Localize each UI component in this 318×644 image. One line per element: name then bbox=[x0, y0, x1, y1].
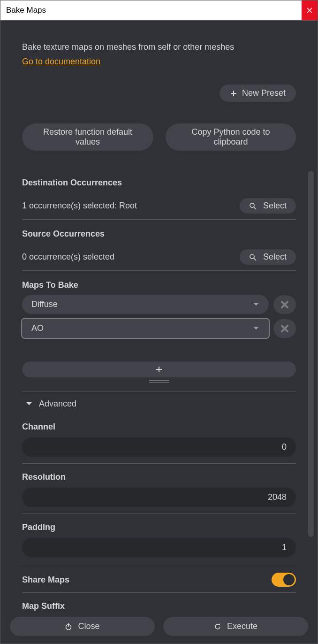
share-maps-toggle[interactable] bbox=[272, 573, 296, 587]
destination-select-label: Select bbox=[263, 201, 287, 211]
advanced-toggle[interactable]: Advanced bbox=[22, 391, 296, 414]
titlebar: Bake Maps bbox=[0, 0, 318, 21]
resolution-input[interactable] bbox=[22, 488, 296, 507]
description-text: Bake texture maps on meshes from self or… bbox=[22, 42, 296, 52]
scroll-region[interactable]: Destination Occurrences 1 occurrence(s) … bbox=[0, 169, 318, 611]
map-dropdown-ao[interactable]: AO bbox=[22, 319, 269, 338]
source-status-text: 0 occurrence(s) selected bbox=[22, 252, 114, 262]
chevron-down-icon bbox=[26, 402, 32, 406]
window-close-button[interactable] bbox=[302, 0, 318, 20]
close-label: Close bbox=[78, 621, 99, 631]
add-map-button[interactable] bbox=[22, 361, 296, 377]
search-icon bbox=[249, 253, 257, 261]
resolution-label: Resolution bbox=[22, 472, 296, 482]
chevron-down-icon bbox=[253, 326, 259, 331]
new-preset-label: New Preset bbox=[242, 88, 286, 98]
map-dropdown-label: Diffuse bbox=[31, 299, 58, 309]
channel-label: Channel bbox=[22, 422, 296, 432]
map-dropdown-diffuse[interactable]: Diffuse bbox=[22, 295, 269, 314]
window-title: Bake Maps bbox=[0, 6, 46, 15]
remove-map-button[interactable] bbox=[273, 319, 296, 338]
close-icon bbox=[280, 300, 289, 309]
plus-icon bbox=[155, 366, 163, 373]
map-suffix-label: Map Suffix bbox=[22, 601, 296, 611]
footer: Close Execute bbox=[0, 611, 318, 644]
maps-to-bake-title: Maps To Bake bbox=[22, 280, 296, 290]
svg-point-0 bbox=[250, 203, 254, 207]
execute-button[interactable]: Execute bbox=[163, 617, 308, 636]
documentation-link[interactable]: Go to documentation bbox=[22, 57, 100, 67]
close-icon bbox=[280, 324, 289, 333]
destination-select-button[interactable]: Select bbox=[240, 198, 296, 214]
search-icon bbox=[249, 202, 257, 210]
new-preset-button[interactable]: New Preset bbox=[220, 84, 296, 102]
remove-map-button[interactable] bbox=[273, 295, 296, 314]
restore-defaults-label: Restore function default values bbox=[32, 127, 143, 147]
execute-label: Execute bbox=[227, 621, 257, 631]
padding-label: Padding bbox=[22, 522, 296, 532]
content-area: Bake texture maps on meshes from self or… bbox=[0, 21, 318, 644]
advanced-label: Advanced bbox=[39, 399, 76, 409]
svg-line-3 bbox=[254, 258, 256, 261]
destination-status-text: 1 occurrence(s) selected: Root bbox=[22, 201, 137, 211]
share-maps-label: Share Maps bbox=[22, 575, 69, 585]
padding-input[interactable] bbox=[22, 538, 296, 557]
resize-grip[interactable] bbox=[149, 380, 169, 383]
close-button[interactable]: Close bbox=[10, 617, 155, 636]
copy-python-label: Copy Python code to clipboard bbox=[176, 127, 286, 147]
source-occurrences-title: Source Occurrences bbox=[22, 229, 296, 239]
bake-maps-window: Bake Maps Bake texture maps on meshes fr… bbox=[0, 0, 318, 644]
restore-defaults-button[interactable]: Restore function default values bbox=[22, 123, 153, 151]
destination-occurrences-title: Destination Occurrences bbox=[22, 178, 296, 188]
chevron-down-icon bbox=[253, 302, 259, 307]
svg-line-1 bbox=[254, 207, 256, 209]
source-select-label: Select bbox=[263, 252, 287, 262]
plus-icon bbox=[230, 90, 237, 97]
refresh-icon bbox=[214, 623, 221, 630]
svg-point-2 bbox=[250, 254, 254, 259]
map-dropdown-label: AO bbox=[31, 323, 44, 333]
power-icon bbox=[65, 623, 72, 630]
copy-python-button[interactable]: Copy Python code to clipboard bbox=[166, 123, 296, 151]
source-select-button[interactable]: Select bbox=[240, 249, 296, 265]
channel-input[interactable] bbox=[22, 437, 296, 457]
toggle-knob bbox=[283, 574, 295, 585]
